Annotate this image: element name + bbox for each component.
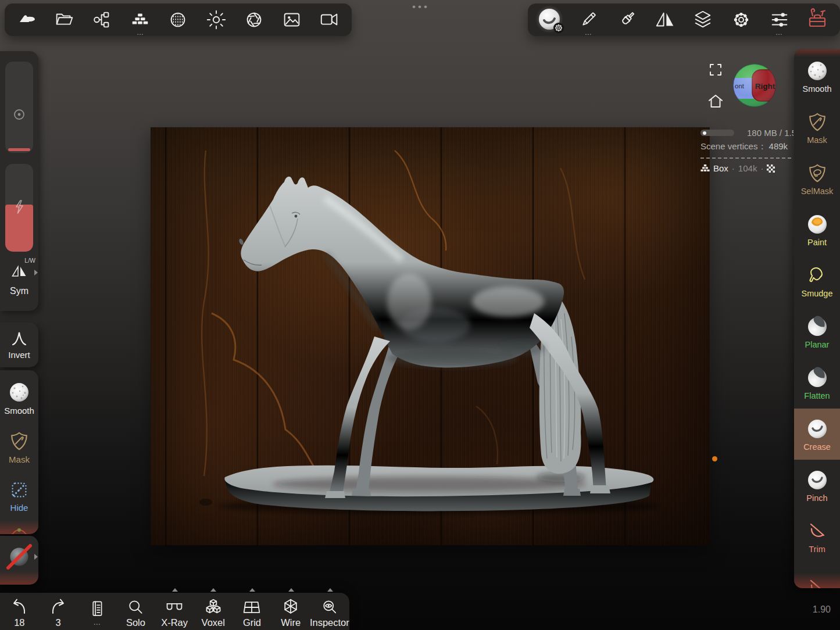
tool-item-planar[interactable]: Planar (794, 306, 840, 357)
sliders-icon (768, 9, 791, 31)
quick-hide-button[interactable]: Hide (0, 471, 38, 520)
layers-icon (692, 9, 714, 31)
object-separator: · (732, 163, 735, 173)
paintbrush-tool-button[interactable] (611, 3, 642, 36)
grid-button[interactable]: Grid (233, 593, 271, 630)
lighting-button[interactable] (201, 3, 232, 36)
object-pyramid-icon (700, 164, 710, 172)
postprocess-button[interactable] (238, 3, 270, 36)
settings-button[interactable] (725, 3, 757, 36)
intensity-slider[interactable] (5, 164, 33, 252)
pencil-more-dots: … (573, 30, 604, 35)
symmetry-toggle[interactable]: L/W Sym (0, 256, 38, 309)
fullscreen-icon[interactable] (709, 63, 723, 77)
toolbox-button[interactable] (802, 3, 833, 36)
vertices-value: 489k (769, 141, 788, 151)
redo-count: 3 (55, 617, 60, 628)
notification-dot (712, 456, 717, 461)
symmetry-icon (12, 265, 27, 278)
inspector-button[interactable]: Inspector (310, 593, 349, 630)
main-toolbar-right: … (528, 3, 840, 36)
tool-item-trim[interactable]: Trim (794, 511, 840, 562)
tool-label-paint: Paint (807, 238, 827, 247)
xray-menu-caret[interactable] (172, 588, 178, 592)
home-icon[interactable] (707, 94, 724, 109)
wireframe-icon (280, 598, 301, 617)
history-more-dots: … (93, 619, 101, 626)
nomad-logo-icon (15, 8, 38, 31)
layers-button[interactable] (687, 3, 719, 36)
app-window: … (0, 0, 840, 630)
grid-icon (241, 598, 262, 617)
active-brush-button[interactable] (535, 3, 566, 36)
history-button[interactable]: … (77, 593, 116, 630)
app-menu-button[interactable] (11, 3, 42, 36)
xray-button[interactable]: X-Ray (155, 593, 194, 630)
tool-label-selmask: SelMask (801, 187, 834, 196)
horse-model (151, 127, 710, 545)
smudge-tool-icon (806, 264, 829, 287)
tool-item-partial[interactable] (794, 562, 840, 588)
files-button[interactable] (49, 3, 80, 36)
tool-item-selmask[interactable]: SelMask (794, 153, 840, 204)
material-button[interactable] (162, 3, 194, 36)
memory-text: 180 MB / 1.5 (747, 128, 793, 138)
invert-button[interactable]: Invert (0, 323, 38, 367)
orientation-gizmo[interactable]: ont Right (732, 63, 777, 108)
pencil-tool-button[interactable]: … (573, 3, 604, 36)
alpha-texture-button[interactable] (0, 536, 38, 585)
tool-item-paint[interactable]: Paint (794, 204, 840, 255)
memory-progress-dot (703, 131, 706, 135)
wire-button[interactable]: Wire (271, 593, 310, 630)
tool-label-pinch: Pinch (806, 493, 827, 503)
tool-item-smudge[interactable]: Smudge (794, 255, 840, 306)
background-button[interactable] (276, 3, 308, 36)
stats-separator (700, 158, 791, 159)
tool-item-flatten[interactable]: Flatten (794, 357, 840, 409)
local-world-label: L/W (24, 257, 35, 264)
pencil-icon (577, 9, 599, 31)
symmetry-button[interactable] (649, 3, 681, 36)
alpha-submenu-arrow (34, 554, 38, 560)
camera-button[interactable] (314, 3, 345, 36)
radius-slider[interactable] (5, 62, 33, 153)
hide-label: Hide (10, 503, 28, 513)
tool-item-pinch[interactable]: Pinch (794, 460, 840, 511)
interface-sliders-button[interactable]: … (764, 3, 795, 36)
voxel-menu-caret[interactable] (210, 588, 216, 592)
inspector-eye-icon (319, 598, 340, 617)
tool-label-smooth: Smooth (803, 84, 832, 94)
vertices-label: Scene vertices： (700, 141, 766, 151)
symmetry-label: Sym (0, 286, 38, 296)
wire-menu-caret[interactable] (288, 588, 294, 592)
solo-label: Solo (126, 617, 145, 628)
no-alpha-sphere-icon (6, 544, 32, 570)
object-row[interactable]: Box · 104k · (700, 163, 793, 173)
smooth-sphere-icon (8, 381, 31, 404)
voxel-cubes-icon (203, 598, 224, 617)
quick-mask-button[interactable]: Mask (0, 423, 38, 471)
tool-label-crease: Crease (803, 442, 831, 452)
gizmo-tool-partial-icon[interactable] (10, 528, 28, 534)
grid-menu-caret[interactable] (249, 588, 255, 592)
voxel-button[interactable]: Voxel (194, 593, 233, 630)
scene-graph-button[interactable] (87, 3, 118, 36)
undo-count: 18 (14, 617, 24, 628)
tool-item-mask[interactable]: Mask (794, 102, 840, 153)
tool-item-smooth[interactable]: Smooth (794, 51, 840, 102)
solo-button[interactable]: Solo (116, 593, 155, 630)
brush-preview-sphere-icon (535, 5, 566, 35)
undo-button[interactable]: 18 (0, 593, 39, 630)
mirror-symmetry-icon (654, 9, 676, 31)
inspector-menu-caret[interactable] (327, 588, 333, 592)
quick-smooth-button[interactable]: Smooth (0, 374, 38, 423)
scene-stats: 180 MB / 1.5 Scene vertices： 489k Box · … (700, 128, 793, 173)
topology-button[interactable]: … (124, 3, 156, 36)
tool-item-crease[interactable]: Crease (794, 409, 840, 460)
redo-button[interactable]: 3 (39, 593, 78, 630)
sliders-more-dots: … (764, 30, 795, 35)
sculpt-canvas[interactable] (151, 127, 710, 545)
hide-dotted-icon (8, 479, 30, 501)
zoom-scale-value: 1.90 (813, 604, 831, 615)
aperture-icon (243, 9, 265, 31)
